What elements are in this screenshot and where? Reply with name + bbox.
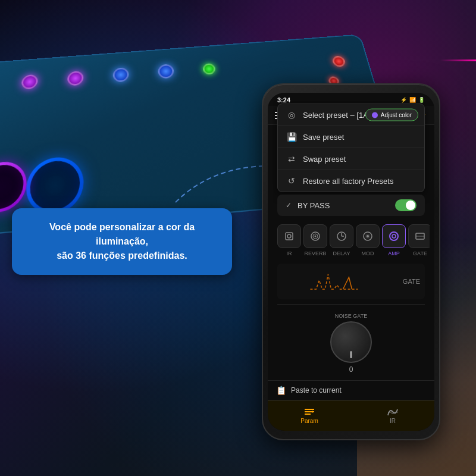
wave-area: GATE — [277, 264, 425, 299]
restore-presets-icon: ↺ — [286, 176, 297, 186]
phone-screen: 3:24 ⚡ 📶 🔋 ⊟ TANK-G ⚡ — [268, 93, 434, 431]
restore-presets-text: Restore all factory Presets — [303, 177, 393, 186]
bottom-nav: Param IR — [268, 400, 434, 431]
bypass-label: BY PASS — [298, 201, 389, 210]
select-preset-icon: ◎ — [286, 110, 297, 120]
led-blue-2 — [158, 64, 174, 79]
ir-nav-label: IR — [390, 418, 396, 424]
effect-mod[interactable]: MOD — [356, 224, 380, 256]
tooltip-box: Você pode personalizar a cor da iluminaç… — [12, 208, 232, 275]
svg-point-4 — [315, 236, 317, 237]
pink-accent-line — [440, 60, 476, 61]
bypass-icon: ✓ — [286, 201, 292, 209]
bottom-action-bar: 📋 Paste to current — [268, 380, 434, 400]
menu-item-restore-presets[interactable]: ↺ Restore all factory Presets — [278, 170, 424, 192]
effect-ir[interactable]: IR — [277, 224, 301, 256]
phone-container: 3:24 ⚡ 📶 🔋 ⊟ TANK-G ⚡ — [262, 83, 440, 440]
paste-icon: 📋 — [276, 386, 286, 395]
swap-preset-text: Swap preset — [303, 155, 346, 164]
phone-outer: 3:24 ⚡ 📶 🔋 ⊟ TANK-G ⚡ — [262, 83, 440, 440]
gate-label: GATE — [413, 250, 427, 256]
swap-preset-icon: ⇄ — [286, 154, 297, 164]
ir-nav-icon — [387, 407, 399, 416]
svg-point-10 — [367, 235, 369, 237]
nav-item-ir[interactable]: IR — [351, 400, 434, 431]
big-ring-purple — [0, 160, 28, 215]
knob-wrapper: NOISE GATE 0 — [330, 313, 372, 374]
effect-reverb[interactable]: REVERB — [303, 224, 327, 256]
effect-delay[interactable]: DELAY — [330, 224, 353, 256]
knob-area: NOISE GATE 0 — [273, 307, 430, 380]
toggle-knob — [406, 201, 415, 210]
paste-text: Paste to current — [291, 386, 342, 394]
gate-icon-box — [408, 224, 430, 248]
svg-point-1 — [287, 234, 291, 238]
knob-indicator — [350, 351, 352, 358]
led-blue-1 — [113, 67, 129, 83]
adjust-color-dot — [372, 112, 378, 118]
menu-item-save-preset[interactable]: 💾 Save preset — [278, 126, 424, 148]
svg-rect-0 — [286, 233, 293, 240]
save-preset-text: Save preset — [303, 133, 344, 142]
adjust-color-button[interactable]: Adjust color — [365, 109, 418, 121]
menu-item-swap-preset[interactable]: ⇄ Swap preset — [278, 148, 424, 170]
bypass-row: ✓ BY PASS — [277, 195, 425, 216]
led-purple-2 — [67, 71, 83, 86]
wave-svg — [282, 268, 398, 295]
mod-label: MOD — [362, 250, 374, 256]
amp-icon-box — [382, 224, 406, 248]
mod-icon-box — [356, 224, 380, 248]
adjust-color-label: Adjust color — [381, 112, 412, 118]
effects-row: IR REVERB — [273, 218, 430, 259]
select-preset-text: Select preset – [1A] — [303, 111, 370, 120]
svg-point-12 — [392, 234, 396, 238]
nav-item-param[interactable]: Param — [268, 400, 351, 431]
effect-gate[interactable]: GATE — [408, 224, 430, 256]
dropdown-menu: ◎ Select preset – [1A] Adjust color 💾 Sa… — [277, 104, 425, 192]
gate-section-label: GATE — [403, 278, 420, 285]
ir-label: IR — [287, 250, 292, 256]
noise-gate-knob[interactable] — [330, 321, 372, 363]
scroll-area[interactable]: ◎ Select preset – [1A] Adjust color 💾 Sa… — [273, 101, 430, 400]
separator — [277, 304, 425, 305]
reverb-label: REVERB — [304, 250, 326, 256]
tooltip-line2: são 36 funções predefinidas. — [57, 250, 187, 261]
svg-point-11 — [390, 232, 398, 240]
menu-item-select-preset[interactable]: ◎ Select preset – [1A] Adjust color — [278, 104, 424, 126]
save-preset-icon: 💾 — [286, 132, 297, 142]
delay-label: DELAY — [333, 250, 350, 256]
effect-amp[interactable]: AMP — [382, 224, 406, 256]
delay-icon-box — [330, 224, 353, 248]
big-ring-blue — [24, 155, 84, 217]
param-nav-icon — [303, 407, 315, 416]
tooltip-line1: Você pode personalizar a cor da iluminaç… — [49, 222, 195, 246]
led-green-1 — [202, 63, 216, 75]
amp-label: AMP — [388, 250, 400, 256]
ir-icon-box — [277, 224, 301, 248]
led-purple-1 — [21, 74, 38, 90]
reverb-icon-box — [303, 224, 327, 248]
param-nav-label: Param — [300, 418, 318, 424]
knob-value: 0 — [349, 365, 353, 374]
knob-label: NOISE GATE — [335, 313, 367, 319]
bypass-toggle[interactable] — [395, 199, 416, 211]
led-red-1 — [331, 55, 346, 67]
